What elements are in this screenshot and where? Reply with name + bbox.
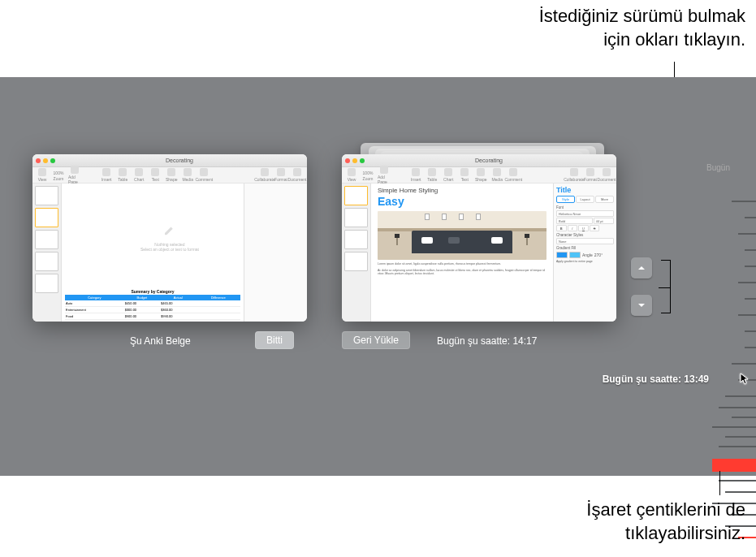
previous-version-button[interactable] <box>631 257 652 278</box>
color-swatch[interactable] <box>569 252 581 258</box>
nothing-selected: Nothing selected Select an object or tex… <box>140 225 199 252</box>
toolbar-collab[interactable]: Collaborate <box>258 168 271 182</box>
toolbar-format[interactable]: Format <box>274 168 287 182</box>
toolbar-table[interactable]: Table <box>116 168 129 182</box>
timeline-tick[interactable] <box>745 330 756 332</box>
toolbar-insert[interactable]: Insert <box>409 168 422 182</box>
page-thumb[interactable] <box>35 230 58 249</box>
underline-button[interactable]: U <box>578 225 589 231</box>
toolbar-media[interactable]: Media <box>490 168 503 182</box>
toolbar-insert[interactable]: Insert <box>100 168 113 182</box>
inspector-panel[interactable]: Title Style Layout More Font Helvetica N… <box>553 184 616 322</box>
toolbar-text[interactable]: Text <box>458 168 471 182</box>
minimize-icon[interactable] <box>43 158 48 163</box>
callout-line: İstediğiniz sürümü bulmak <box>539 5 745 28</box>
inspector-title[interactable]: Title <box>556 186 614 194</box>
next-version-button[interactable] <box>631 295 652 316</box>
timeline-tick[interactable] <box>719 480 756 481</box>
document-canvas[interactable]: Simple Home Styling Easy Lorem ipsum dol… <box>371 184 553 322</box>
timeline-tick[interactable] <box>719 446 756 447</box>
version-timeline[interactable]: Bugün <box>707 163 756 545</box>
toolbar-text[interactable]: Text <box>149 168 162 182</box>
timeline-tick[interactable] <box>738 233 756 235</box>
font-label: Font <box>556 205 614 209</box>
page-thumb[interactable] <box>35 186 58 205</box>
toolbar-chart[interactable]: Chart <box>442 168 455 182</box>
callout-ticks: İşaret çentiklerini de tıklayabilirsiniz… <box>586 499 745 545</box>
toolbar-shape[interactable]: Shape <box>165 168 178 182</box>
toolbar-collab[interactable]: Collaborate <box>568 168 581 182</box>
timeline-tick[interactable] <box>725 395 756 397</box>
toolbar-addpage[interactable]: Add Page <box>68 166 81 184</box>
timeline-tick[interactable] <box>732 201 756 202</box>
page-thumb[interactable] <box>344 208 368 227</box>
minimize-icon[interactable] <box>352 158 357 163</box>
toolbar-document[interactable]: Document <box>600 168 613 182</box>
timeline-tick[interactable] <box>745 266 756 267</box>
toolbar-document[interactable]: Document <box>291 168 304 182</box>
callout-line: için okları tıklayın. <box>539 28 745 52</box>
timeline-tick[interactable] <box>712 426 756 428</box>
toolbar-table[interactable]: Table <box>426 168 438 182</box>
document-canvas[interactable]: Summary by Category Category Budget Actu… <box>62 184 244 322</box>
strike-button[interactable]: S <box>590 225 600 231</box>
close-icon[interactable] <box>36 158 41 163</box>
window-title: Decorating <box>365 158 613 163</box>
toolbar-comment[interactable]: Comment <box>507 168 520 182</box>
toolbar-zoom[interactable]: 100%Zoom <box>52 170 65 181</box>
char-styles-label: Character Styles <box>556 233 614 237</box>
italic-button[interactable]: I <box>568 225 578 231</box>
timeline-tick[interactable] <box>745 217 756 218</box>
timeline-selected-tick[interactable] <box>712 459 756 472</box>
toolbar-comment[interactable]: Comment <box>197 168 210 182</box>
timeline-tick[interactable] <box>738 314 756 316</box>
page-thumb[interactable] <box>35 274 58 293</box>
seg-style[interactable]: Style <box>556 196 575 203</box>
toolbar-media[interactable]: Media <box>181 168 194 182</box>
char-styles-select[interactable]: None <box>556 238 614 244</box>
toolbar-view[interactable]: View <box>36 168 49 182</box>
toolbar-addpage[interactable]: Add Page <box>378 166 391 184</box>
body-text: Ac dolor ac adipiscing amet bibendum nul… <box>378 269 546 276</box>
seg-more[interactable]: More <box>595 196 614 203</box>
page-thumb[interactable] <box>35 252 58 271</box>
traffic-lights[interactable] <box>345 158 365 163</box>
inspector-segments[interactable]: Style Layout More <box>556 196 614 203</box>
timeline-tick[interactable] <box>745 249 756 251</box>
bold-button[interactable]: B <box>556 225 567 231</box>
toolbar-shape[interactable]: Shape <box>474 168 487 182</box>
table-row: Entertainment$300.00$360.00 <box>65 307 240 313</box>
page-thumb-selected[interactable] <box>35 208 58 227</box>
timeline-tick[interactable] <box>738 282 756 283</box>
toolbar-format[interactable]: Format <box>584 168 597 182</box>
timeline-tick[interactable] <box>719 407 756 408</box>
version-document-window: Decorating View 100%Zoom Add Page Insert… <box>342 154 616 322</box>
timeline-tick[interactable] <box>745 298 756 300</box>
font-weight-select[interactable]: Bold <box>556 218 593 224</box>
timeline-tick[interactable] <box>725 436 756 438</box>
timeline-tick[interactable] <box>745 347 756 348</box>
toolbar-chart[interactable]: Chart <box>132 168 145 182</box>
timeline-tick[interactable] <box>725 491 756 493</box>
done-button[interactable]: Bitti <box>255 331 294 349</box>
angle-value[interactable]: 270° <box>594 253 603 257</box>
leader-line <box>719 471 720 495</box>
font-family-select[interactable]: Helvetica Neue <box>556 210 614 217</box>
seg-layout[interactable]: Layout <box>576 196 594 203</box>
color-swatch[interactable] <box>556 252 568 258</box>
font-size-field[interactable]: 44 pt <box>594 218 614 224</box>
body-text: Lorem ipsum dolor sit amet, ligula suspe… <box>378 262 546 266</box>
toolbar-view[interactable]: View <box>345 168 358 182</box>
timeline-tick[interactable] <box>732 363 756 365</box>
page-thumbnails[interactable] <box>32 184 62 322</box>
restore-button[interactable]: Geri Yükle <box>342 331 410 349</box>
close-icon[interactable] <box>345 158 350 163</box>
page-thumb[interactable] <box>344 252 368 271</box>
toolbar-zoom[interactable]: 100%Zoom <box>361 170 374 181</box>
page-thumbnails[interactable] <box>342 184 371 322</box>
traffic-lights[interactable] <box>36 158 55 163</box>
timeline-selected-label: Bugün şu saatte: 13:49 <box>603 373 709 386</box>
page-thumb[interactable] <box>344 230 368 249</box>
timeline-tick[interactable] <box>732 417 756 418</box>
page-thumb-selected[interactable] <box>344 186 368 205</box>
